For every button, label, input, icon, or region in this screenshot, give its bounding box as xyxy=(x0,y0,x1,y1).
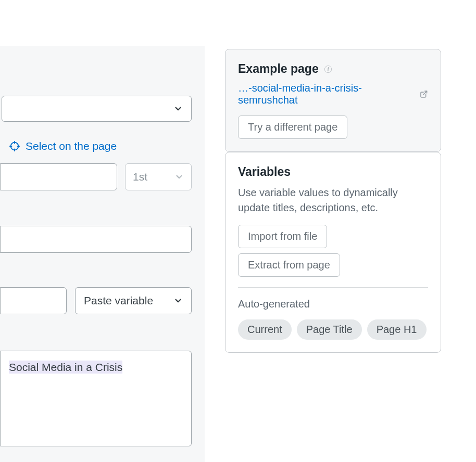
variable-chip-page-h1[interactable]: Page H1 xyxy=(367,319,427,340)
selector-input[interactable] xyxy=(0,163,117,190)
chip-row: Current Page Title Page H1 xyxy=(238,319,428,340)
select-on-page-label: Select on the page xyxy=(26,140,117,152)
info-icon[interactable]: i xyxy=(324,65,332,73)
paste-variable-label: Paste variable xyxy=(84,294,153,307)
example-page-title-text: Example page xyxy=(238,62,319,76)
textarea-highlighted-value: Social Media in a Crisis xyxy=(9,361,122,374)
chevron-down-icon xyxy=(174,172,184,182)
chevron-down-icon xyxy=(173,296,183,305)
import-from-file-button[interactable]: Import from file xyxy=(238,225,327,248)
example-page-link-text: …-social-media-in-a-crisis-semrushchat xyxy=(238,82,416,106)
paste-variable-select[interactable]: Paste variable xyxy=(75,287,192,314)
example-page-card: Example page i …-social-media-in-a-crisi… xyxy=(225,49,441,152)
select-field-1[interactable] xyxy=(2,96,192,122)
auto-generated-label: Auto-generated xyxy=(238,298,428,310)
left-form-panel: Select on the page 1st Paste variable So… xyxy=(0,46,205,462)
ordinal-select[interactable]: 1st xyxy=(125,163,192,190)
divider xyxy=(238,287,428,288)
wide-input[interactable] xyxy=(0,226,192,253)
variables-card: Variables Use variable values to dynamic… xyxy=(225,152,441,353)
short-input[interactable] xyxy=(0,287,67,314)
chevron-down-icon xyxy=(173,104,183,113)
variables-title: Variables xyxy=(238,165,428,179)
example-page-link[interactable]: …-social-media-in-a-crisis-semrushchat xyxy=(238,82,428,106)
content-textarea[interactable]: Social Media in a Crisis xyxy=(0,351,192,446)
crosshair-icon xyxy=(9,140,20,152)
select-on-page-link[interactable]: Select on the page xyxy=(9,140,117,152)
external-link-icon xyxy=(420,90,428,98)
variable-chip-current[interactable]: Current xyxy=(238,319,292,340)
svg-line-7 xyxy=(423,91,427,95)
extract-from-page-button[interactable]: Extract from page xyxy=(238,253,340,277)
ordinal-value: 1st xyxy=(133,171,147,183)
variables-title-text: Variables xyxy=(238,165,291,179)
try-different-page-button[interactable]: Try a different page xyxy=(238,116,347,139)
variable-chip-page-title[interactable]: Page Title xyxy=(297,319,362,340)
variables-subtext: Use variable values to dynamically updat… xyxy=(238,185,428,215)
variables-button-row: Import from file Extract from page xyxy=(238,225,428,277)
svg-text:i: i xyxy=(327,67,329,72)
example-page-title: Example page i xyxy=(238,62,428,76)
